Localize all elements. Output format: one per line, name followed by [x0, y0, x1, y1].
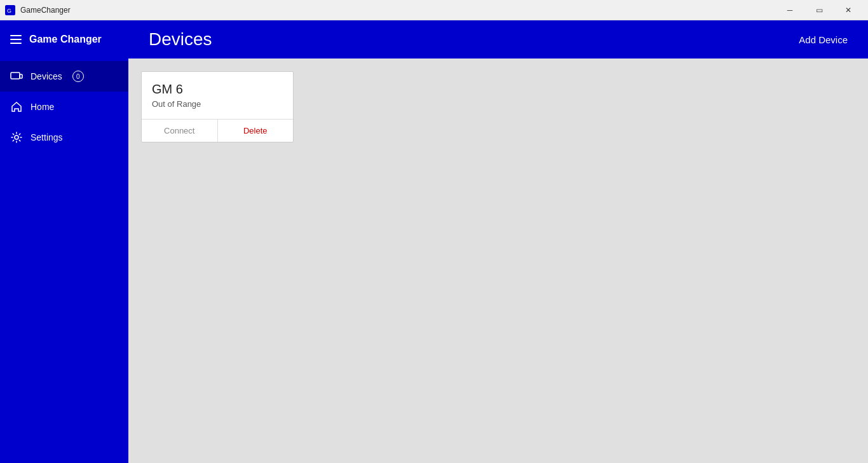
svg-point-4	[15, 135, 18, 139]
home-label: Home	[31, 102, 54, 112]
hamburger-line-1	[10, 35, 22, 36]
add-device-button[interactable]: Add Device	[799, 32, 848, 48]
hamburger-line-2	[10, 39, 22, 40]
devices-icon	[10, 70, 23, 83]
settings-icon	[10, 131, 23, 144]
maximize-button[interactable]: ▭	[804, 0, 834, 20]
app-title: GameChanger	[20, 6, 71, 15]
main-content: Devices Add Device GM 6 Out of Range Con…	[128, 20, 868, 463]
connect-button[interactable]: Connect	[142, 120, 218, 142]
device-card-actions: Connect Delete	[142, 119, 293, 142]
app-container: Game Changer Devices 0	[0, 20, 868, 463]
device-status: Out of Range	[152, 99, 283, 109]
content-area: GM 6 Out of Range Connect Delete	[128, 59, 868, 463]
device-card-info: GM 6 Out of Range	[142, 72, 293, 119]
svg-text:G: G	[7, 8, 11, 14]
sidebar-item-devices[interactable]: Devices 0	[0, 61, 128, 92]
sidebar: Game Changer Devices 0	[0, 20, 128, 463]
title-bar-left: G GameChanger	[5, 5, 71, 15]
devices-label: Devices	[31, 71, 62, 81]
close-button[interactable]: ✕	[834, 0, 863, 20]
hamburger-line-3	[10, 43, 22, 44]
sidebar-nav: Devices 0 Home	[0, 61, 128, 153]
sidebar-header[interactable]: Game Changer	[0, 20, 128, 59]
sidebar-item-settings[interactable]: Settings	[0, 122, 128, 153]
device-card: GM 6 Out of Range Connect Delete	[141, 71, 294, 142]
app-icon: G	[5, 5, 15, 15]
hamburger-icon[interactable]	[10, 35, 22, 44]
svg-rect-2	[11, 73, 20, 79]
minimize-button[interactable]: ─	[775, 0, 804, 20]
main-header: Devices Add Device	[128, 20, 868, 59]
sidebar-item-home[interactable]: Home	[0, 92, 128, 122]
title-bar-controls: ─ ▭ ✕	[775, 0, 863, 20]
home-icon	[10, 100, 23, 113]
title-bar: G GameChanger ─ ▭ ✕	[0, 0, 868, 20]
svg-rect-3	[20, 74, 22, 78]
sidebar-title: Game Changer	[29, 34, 102, 45]
delete-button[interactable]: Delete	[218, 120, 294, 142]
device-name: GM 6	[152, 82, 283, 97]
settings-label: Settings	[31, 132, 63, 142]
page-title: Devices	[149, 29, 212, 50]
devices-badge: 0	[72, 71, 84, 82]
